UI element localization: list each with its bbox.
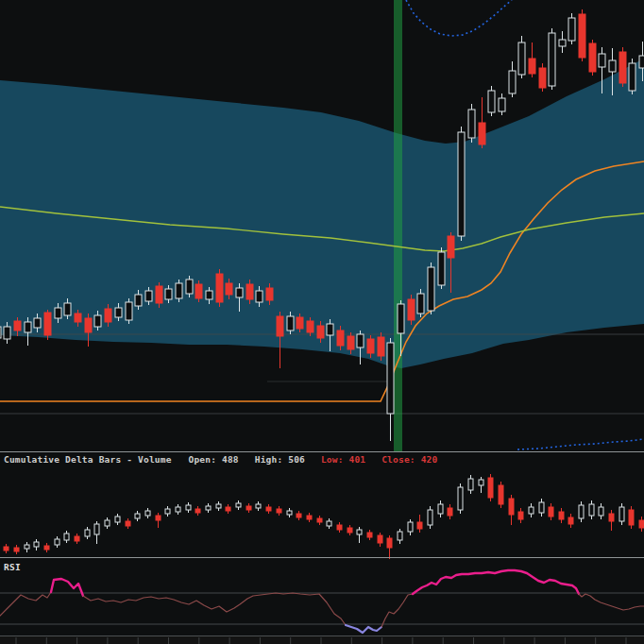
indicator-title[interactable]: Cumulative Delta Bars - Volume <box>4 454 172 465</box>
pane-divider-axis[interactable] <box>0 636 644 636</box>
pane-divider-price-delta[interactable] <box>0 451 644 452</box>
delta-low-value: Low: 401 <box>321 454 365 465</box>
delta-pane-header: Cumulative Delta Bars - Volume Open: 488… <box>4 454 448 465</box>
rsi-indicator-title[interactable]: RSI <box>4 562 21 572</box>
delta-open-value: Open: 488 <box>189 454 239 465</box>
pane-divider-delta-rsi[interactable] <box>0 557 644 558</box>
delta-close-value: Close: 420 <box>381 454 437 465</box>
delta-high-value: High: 506 <box>255 454 305 465</box>
time-axis[interactable] <box>0 636 644 644</box>
rsi-pane[interactable] <box>0 557 644 636</box>
price-pane[interactable] <box>0 0 644 451</box>
chart-window: Cumulative Delta Bars - Volume Open: 488… <box>0 0 644 644</box>
delta-pane[interactable] <box>0 451 644 557</box>
